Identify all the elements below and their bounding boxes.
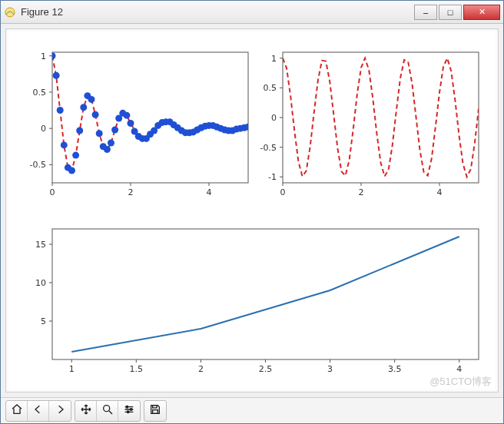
arrow-right-icon bbox=[54, 403, 66, 418]
arrow-left-icon bbox=[32, 403, 45, 418]
save-button[interactable] bbox=[144, 401, 166, 421]
svg-text:1: 1 bbox=[41, 51, 46, 61]
svg-point-31 bbox=[104, 146, 111, 153]
app-icon bbox=[4, 6, 16, 18]
svg-point-36 bbox=[123, 112, 130, 119]
svg-text:4: 4 bbox=[437, 187, 443, 197]
svg-point-108 bbox=[103, 406, 109, 412]
svg-text:3: 3 bbox=[327, 364, 333, 374]
svg-text:5: 5 bbox=[41, 316, 46, 326]
save-icon bbox=[149, 403, 161, 418]
pan-button[interactable] bbox=[75, 401, 97, 421]
svg-text:2: 2 bbox=[198, 364, 204, 374]
svg-point-28 bbox=[92, 111, 99, 118]
svg-text:0: 0 bbox=[41, 124, 46, 134]
figure-window: Figure 12 – □ ✕ 024-0.500.51024-1-0.500.… bbox=[0, 0, 504, 424]
svg-point-18 bbox=[53, 72, 60, 79]
svg-text:0: 0 bbox=[50, 187, 55, 197]
svg-text:1: 1 bbox=[271, 54, 277, 64]
svg-text:2: 2 bbox=[359, 187, 364, 197]
svg-rect-86 bbox=[52, 229, 479, 359]
svg-rect-113 bbox=[153, 410, 158, 414]
svg-text:-0.5: -0.5 bbox=[260, 143, 277, 153]
svg-point-109 bbox=[126, 406, 128, 408]
svg-text:2: 2 bbox=[128, 187, 134, 197]
svg-point-29 bbox=[96, 130, 103, 137]
svg-text:0.5: 0.5 bbox=[33, 88, 47, 98]
plots-svg: 024-0.500.51024-1-0.500.5111.522.533.545… bbox=[6, 29, 498, 390]
svg-point-32 bbox=[108, 140, 114, 147]
svg-point-0 bbox=[5, 8, 15, 17]
svg-text:-1: -1 bbox=[268, 172, 277, 182]
svg-rect-112 bbox=[153, 406, 157, 408]
maximize-button[interactable]: □ bbox=[439, 5, 462, 20]
svg-point-27 bbox=[88, 96, 95, 103]
svg-point-111 bbox=[127, 411, 129, 413]
zoom-button[interactable] bbox=[97, 401, 118, 421]
back-button[interactable] bbox=[28, 401, 49, 421]
svg-text:-0.5: -0.5 bbox=[30, 160, 46, 170]
svg-text:0: 0 bbox=[271, 113, 277, 123]
svg-text:0.5: 0.5 bbox=[264, 83, 277, 93]
svg-text:2.5: 2.5 bbox=[259, 364, 273, 374]
svg-point-20 bbox=[61, 141, 68, 148]
titlebar: Figure 12 – □ ✕ bbox=[1, 1, 503, 24]
svg-point-37 bbox=[128, 120, 134, 127]
forward-button[interactable] bbox=[49, 401, 71, 421]
home-button[interactable] bbox=[6, 401, 28, 421]
figure-canvas-area: 024-0.500.51024-1-0.500.5111.522.533.545… bbox=[5, 28, 499, 393]
svg-text:0: 0 bbox=[280, 187, 286, 197]
zoom-icon bbox=[101, 403, 114, 418]
svg-point-110 bbox=[130, 409, 132, 411]
sliders-icon bbox=[123, 403, 135, 418]
move-icon bbox=[80, 403, 92, 418]
svg-text:1: 1 bbox=[69, 364, 75, 374]
svg-text:10: 10 bbox=[35, 278, 46, 288]
svg-point-25 bbox=[80, 104, 87, 111]
svg-point-33 bbox=[111, 127, 118, 134]
svg-point-22 bbox=[68, 167, 75, 174]
svg-text:3.5: 3.5 bbox=[388, 364, 402, 374]
close-button[interactable]: ✕ bbox=[463, 5, 500, 20]
svg-text:15: 15 bbox=[35, 240, 46, 250]
window-buttons: – □ ✕ bbox=[413, 5, 500, 20]
svg-point-19 bbox=[57, 107, 64, 114]
mpl-toolbar bbox=[1, 397, 503, 423]
minimize-button[interactable]: – bbox=[414, 5, 437, 20]
svg-text:1.5: 1.5 bbox=[130, 364, 144, 374]
svg-point-23 bbox=[72, 152, 79, 159]
home-icon bbox=[11, 403, 23, 418]
svg-point-24 bbox=[76, 128, 83, 134]
svg-text:4: 4 bbox=[456, 364, 462, 374]
window-title: Figure 12 bbox=[21, 6, 413, 18]
svg-point-67 bbox=[245, 124, 252, 131]
configure-button[interactable] bbox=[118, 401, 140, 421]
svg-text:4: 4 bbox=[207, 187, 212, 197]
